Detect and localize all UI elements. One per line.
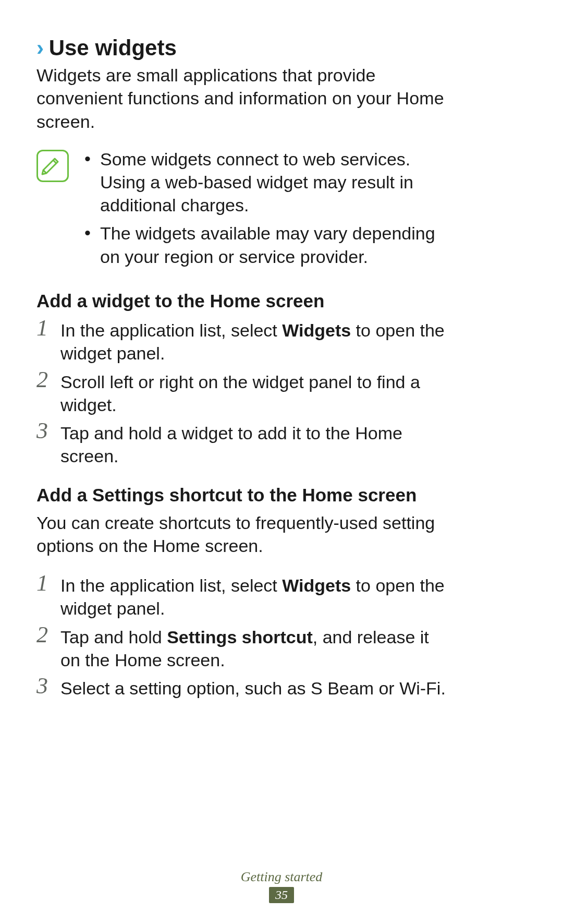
steps-add-widget: 1 In the application list, select Widget… [36,317,454,467]
step-text: Tap and hold a widget to add it to the H… [60,419,454,467]
note-pencil-icon [36,150,69,182]
step-item: 3 Tap and hold a widget to add it to the… [36,419,454,467]
heading-title: Use widgets [49,35,177,60]
page-content: › Use widgets Widgets are small applicat… [0,0,490,700]
step-item: 3 Select a setting option, such as S Bea… [36,675,454,700]
step-item: 2 Scroll left or right on the widget pan… [36,368,454,416]
sub-heading-add-shortcut: Add a Settings shortcut to the Home scre… [36,483,454,507]
note-item: Some widgets connect to web services. Us… [84,148,454,217]
step-text: Scroll left or right on the widget panel… [60,368,454,416]
step-text: Select a setting option, such as S Beam … [60,675,454,700]
step-number: 3 [36,419,60,442]
step-item: 1 In the application list, select Widget… [36,317,454,365]
note-item: The widgets available may vary depending… [84,222,454,268]
note-list: Some widgets connect to web services. Us… [84,148,454,273]
sub-intro: You can create shortcuts to frequently-u… [36,511,454,557]
step-text: In the application list, select Widgets … [60,317,454,365]
step-number: 1 [36,317,60,340]
page-number-badge: 35 [269,887,294,903]
step-text: In the application list, select Widgets … [60,572,454,620]
step-item: 1 In the application list, select Widget… [36,572,454,620]
intro-paragraph: Widgets are small applications that prov… [36,64,454,133]
chevron-icon: › [36,35,43,60]
step-number: 3 [36,675,60,698]
step-number: 2 [36,368,60,391]
step-number: 1 [36,572,60,595]
page-footer: Getting started 35 [0,869,563,903]
footer-section-label: Getting started [0,869,563,885]
step-item: 2 Tap and hold Settings shortcut, and re… [36,623,454,671]
steps-add-shortcut: 1 In the application list, select Widget… [36,572,454,700]
svg-line-1 [43,170,46,173]
note-block: Some widgets connect to web services. Us… [36,148,454,273]
section-heading: › Use widgets [36,35,454,61]
step-number: 2 [36,623,60,646]
sub-heading-add-widget: Add a widget to the Home screen [36,289,454,313]
step-text: Tap and hold Settings shortcut, and rele… [60,623,454,671]
